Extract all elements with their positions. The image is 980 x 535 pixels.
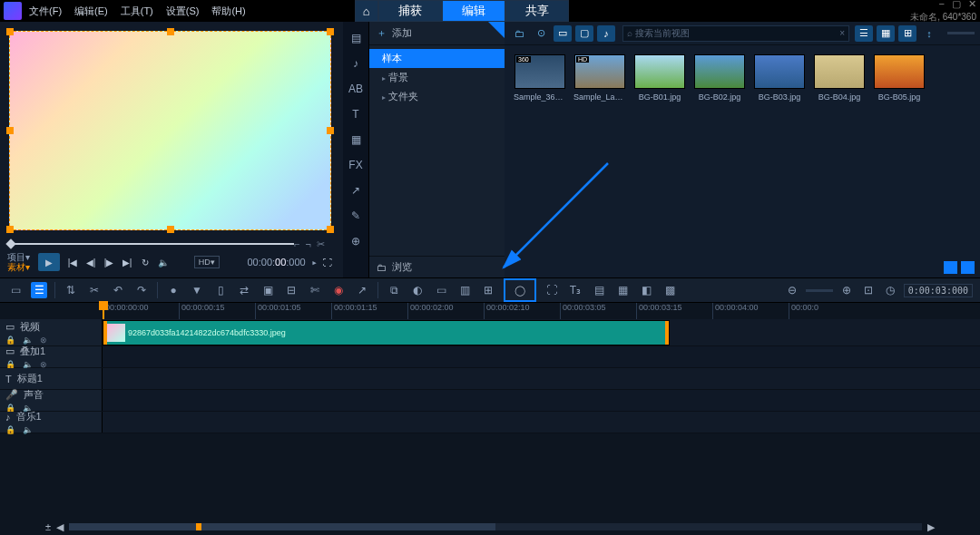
path-icon[interactable]: ↗	[348, 183, 364, 198]
ungroup-icon[interactable]: ⊟	[283, 282, 299, 298]
browse-button[interactable]: 🗀 浏览	[369, 256, 505, 277]
view-grid-icon[interactable]: ▦	[877, 25, 895, 42]
menu-settings[interactable]: 设置(S)	[166, 5, 200, 18]
clock-icon[interactable]: ◷	[882, 282, 898, 298]
filter-audio-icon[interactable]: ♪	[597, 25, 615, 42]
color-icon[interactable]: ◉	[330, 282, 347, 298]
media-icon[interactable]: ▤	[348, 31, 364, 45]
audio-icon[interactable]: ♪	[348, 56, 364, 71]
add-track-icon[interactable]: ±	[45, 521, 51, 532]
resize-handle[interactable]	[327, 28, 334, 35]
resize-handle[interactable]	[327, 226, 334, 233]
record-icon[interactable]: ⊙	[532, 25, 550, 42]
hide-track-icon[interactable]: ⊗	[40, 336, 47, 345]
media-thumb[interactable]: BG-B05.jpg	[873, 54, 926, 102]
zoom-in-icon[interactable]: ⊕	[838, 282, 855, 298]
track-header[interactable]: ♪音乐1 🔒🔈	[0, 412, 103, 433]
resize-handle[interactable]	[6, 226, 14, 233]
tree-item-samples[interactable]: 样本	[369, 49, 505, 68]
tree-item-background[interactable]: ▸背景	[369, 68, 505, 87]
preview-timecode[interactable]: 00:00:00:000 ▸	[247, 257, 318, 268]
media-thumb[interactable]: BG-B04.jpg	[813, 54, 866, 102]
tracking-icon[interactable]: ⊕	[348, 234, 364, 248]
track-header[interactable]: T标题1	[0, 368, 103, 389]
tab-capture[interactable]: 捕获	[378, 0, 442, 22]
mute-track-icon[interactable]: 🔈	[23, 425, 33, 434]
mask-icon[interactable]: ◧	[638, 282, 654, 298]
filter-video-icon[interactable]: ▭	[554, 25, 572, 42]
media-thumb[interactable]: BG-B03.jpg	[753, 54, 806, 102]
reorder-icon[interactable]: ⇅	[63, 282, 79, 298]
import-icon[interactable]: 🗀	[510, 25, 528, 42]
fit-icon[interactable]: ⊡	[860, 282, 877, 298]
thumb-size-slider[interactable]	[947, 32, 975, 34]
scroll-thumb[interactable]	[69, 523, 495, 530]
add-button[interactable]: 添加	[392, 26, 412, 40]
mute-track-icon[interactable]: 🔈	[23, 336, 33, 345]
resize-handle[interactable]	[167, 226, 174, 233]
ripple-icon[interactable]: ⇄	[236, 282, 252, 298]
lock-icon[interactable]: 🔒	[5, 425, 15, 434]
speed-icon[interactable]: ▭	[433, 282, 449, 298]
subtitle-icon[interactable]: ▤	[591, 282, 607, 298]
reverse-icon[interactable]: ▥	[456, 282, 473, 298]
menu-edit[interactable]: 编辑(E)	[74, 5, 108, 18]
scrub-bar[interactable]	[15, 243, 294, 245]
effect-icon[interactable]: ◐	[409, 282, 426, 298]
zoom-out-icon[interactable]: ⊖	[784, 282, 800, 298]
overlay-icon[interactable]: ▦	[348, 132, 364, 147]
multitrim-icon[interactable]: ✄	[307, 282, 323, 298]
view-detail-icon[interactable]: ⊞	[898, 25, 916, 42]
fullscreen-icon[interactable]: ⛶	[319, 254, 336, 270]
tab-edit[interactable]: 编辑	[442, 0, 505, 22]
play-button[interactable]: ▶	[38, 253, 60, 271]
media-thumb[interactable]: BG-B01.jpg	[633, 54, 686, 102]
media-thumb[interactable]: BG-B02.jpg	[693, 54, 746, 102]
track-header[interactable]: ▭叠加1 🔒🔈⊗	[0, 346, 103, 367]
video-clip[interactable]: 92867d033fa14214822dc674bdfc3330.jpeg	[103, 320, 670, 345]
scroll-right-icon[interactable]: ▶	[927, 521, 935, 533]
clip-handle-right[interactable]	[665, 321, 669, 345]
media-thumb[interactable]: 360 Sample_360.m...	[514, 54, 566, 102]
corner-flag-icon[interactable]	[488, 22, 505, 38]
preview-mode-toggle[interactable]: 项目▾素材▾	[7, 252, 30, 272]
tools-icon[interactable]: ✂	[86, 282, 103, 298]
clear-search-icon[interactable]: ×	[839, 28, 845, 38]
track-header[interactable]: ▭视频 🔒🔈⊗	[0, 319, 103, 345]
goto-start-button[interactable]: |◀	[64, 254, 81, 270]
panel-toggle-2[interactable]	[961, 261, 975, 274]
group-icon[interactable]: ▣	[260, 282, 276, 298]
crop-icon[interactable]: ⛶	[544, 282, 560, 298]
track-header[interactable]: 🎤声音 🔒🔈	[0, 390, 103, 411]
chroma-icon[interactable]: ▩	[662, 282, 678, 298]
marker-icon[interactable]: ▼	[189, 282, 205, 298]
freeze-icon[interactable]: ⊞	[480, 282, 496, 298]
preview-canvas[interactable]	[9, 31, 331, 230]
resize-handle[interactable]	[327, 127, 334, 134]
panel-toggle-1[interactable]	[944, 261, 957, 274]
sort-icon[interactable]: ↕	[920, 25, 938, 42]
scroll-left-icon[interactable]: ◀	[56, 521, 64, 533]
mute-button[interactable]: 🔈	[155, 254, 172, 270]
view-list-icon[interactable]: ☰	[855, 25, 873, 42]
maximize-icon[interactable]: ▢	[952, 0, 961, 10]
goto-end-button[interactable]: ▶|	[119, 254, 135, 270]
filter-icon[interactable]: FX	[348, 158, 364, 172]
scrub-playhead[interactable]	[5, 238, 15, 248]
transition-icon[interactable]: AB	[348, 82, 364, 96]
tab-home[interactable]: ⌂	[355, 0, 378, 22]
resize-handle[interactable]	[167, 28, 174, 35]
tab-share[interactable]: 共享	[505, 0, 569, 22]
menu-help[interactable]: 帮助(H)	[211, 5, 245, 18]
add-icon[interactable]: ＋	[377, 26, 387, 40]
close-icon[interactable]: ✕	[968, 0, 976, 10]
paint-icon[interactable]: ✎	[348, 209, 364, 223]
menu-tools[interactable]: 工具(T)	[121, 5, 153, 18]
media-thumb[interactable]: HD Sample_Lake....	[573, 54, 626, 102]
resize-handle[interactable]	[6, 127, 14, 134]
storyboard-view-icon[interactable]: ▭	[7, 282, 24, 298]
tree-item-folder[interactable]: ▸文件夹	[369, 87, 505, 106]
next-frame-button[interactable]: |▶	[101, 254, 117, 270]
resize-handle[interactable]	[6, 28, 14, 35]
3d-title-icon[interactable]: T₃	[567, 282, 583, 298]
